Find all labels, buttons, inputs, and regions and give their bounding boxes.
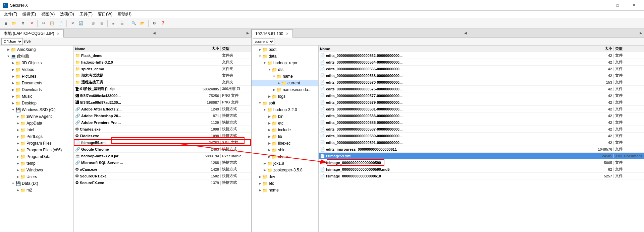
tree-item-temp[interactable]: ▶ 📁 temp [0,160,73,167]
toolbar-btn-5[interactable]: ✂ [39,19,47,27]
tree-item-amoxiang[interactable]: ▶ 📁 AmoXiang [0,46,73,53]
left-file-row-9[interactable]: 🔗 Adobe Photoshop 20... 871 快捷方式 [74,112,251,119]
tree-item-music[interactable]: ▶ 📁 Music [0,93,73,100]
left-file-row-12[interactable]: ⚙ Fiddler.exe 1098 快捷方式 [74,133,251,139]
right-file-row-7[interactable]: 📄 edits_0000000000000000579-00000000000.… [319,99,644,106]
tree-item-soft[interactable]: ▼ 📁 soft [252,100,318,106]
left-file-row-8[interactable]: 🔗 Adobe After Effects 2... 1249 快捷方式 [74,106,251,112]
tree-item-boot[interactable]: ▶ 📁 boot [252,46,318,53]
tree-item-dfs[interactable]: ▼ 📁 dfs [252,66,318,73]
right-file-row-8[interactable]: 📄 edits_0000000000000000581-00000000000.… [319,106,644,112]
tree-item-zookeeper[interactable]: ▶ 📁 zookeeper-3.5.8 [252,167,318,173]
tree-item-include[interactable]: ▶ 📁 include [252,127,318,133]
right-file-row-9[interactable]: 📄 edits_0000000000000000583-00000000000.… [319,112,644,119]
menu-tools[interactable]: 工具(T) [77,11,95,18]
menu-window[interactable]: 窗口(W) [95,11,115,18]
right-col-name-header[interactable]: Name [319,47,590,51]
left-tab-nav[interactable]: ◀ [151,28,157,37]
right-file-row-17[interactable]: 📄 fsimage_0000000000000000590.md5 62 文件 [319,166,644,173]
right-file-row-6[interactable]: 📄 edits_0000000000000000577-00000000000.… [319,92,644,99]
left-file-row-2[interactable]: 📁 spider_demo 文件夹 [74,66,251,72]
tree-item-bin[interactable]: ▶ 📁 bin [252,113,318,120]
toolbar-btn-7[interactable]: 📄 [57,19,65,27]
tree-item-m2[interactable]: ▶ 📁 m2 [0,187,73,194]
tree-item-logs[interactable]: ▶ 📁 logs [252,93,318,100]
tree-item-etc[interactable]: ▶ 📁 etc [252,120,318,127]
right-file-row-10[interactable]: 📄 edits_0000000000000000585-00000000000.… [319,119,644,126]
tree-item-pictures[interactable]: ▶ 📁 Pictures [0,73,73,80]
right-file-row-18[interactable]: 📄 fsimage_0000000000000000610 5257 文件 [319,173,644,179]
maximize-button[interactable]: □ [610,0,625,11]
minimize-button[interactable]: — [594,0,609,11]
tree-item-thispc[interactable]: ▼ 💻 此电脑 [0,53,73,60]
right-file-row-13[interactable]: 📄 edits_0000000000000000591-00000000000.… [319,139,644,146]
toolbar-btn-15[interactable]: 📂 [139,19,147,27]
left-file-row-4[interactable]: 📁 远程连接工具 文件夹 [74,79,251,86]
tree-item-programfiles[interactable]: ▶ 📁 Program Files [0,140,73,147]
left-tab-active[interactable]: 本地 (LAPTOP-CQGGTJJP) ✕ [0,29,64,37]
tree-item-nameseconda[interactable]: ▶ 📁 nameseconda... [252,86,318,93]
tree-item-home[interactable]: ▶ 📁 home [252,187,318,194]
right-file-row-0[interactable]: 📄 edits_0000000000000000562-00000000000.… [319,52,644,59]
tree-item-libexec[interactable]: ▶ 📁 libexec [252,140,318,147]
left-file-row-17[interactable]: ⚙ oCam.exe 1428 快捷方式 [74,166,251,173]
toolbar-btn-12[interactable]: ≡ [109,19,117,27]
tree-item-hadoop320[interactable]: ▼ 📁 hadoop-3.2.0 [252,106,318,113]
right-col-size-header[interactable]: 大小 [590,46,614,51]
tree-item-perflogs[interactable]: ▶ 📁 PerfLogs [0,133,73,140]
tree-item-name[interactable]: ▼ 📁 name [252,73,318,80]
tree-item-datad[interactable]: ▼ 💾 Data (D:) [0,180,73,187]
right-tab-close[interactable]: ✕ [285,32,289,35]
tree-item-share[interactable]: ▶ 📁 share [252,153,318,160]
left-col-type-header[interactable]: 类型 [221,46,251,51]
tree-item-documents[interactable]: ▶ 📁 Documents [0,80,73,86]
right-file-row-16[interactable]: 📄 fsimage_0000000000000000590 5065 文件 [319,159,644,166]
left-file-row-1[interactable]: 📁 hadoop-hdfs-3.2.0 文件夹 [74,59,251,66]
toolbar-btn-11[interactable]: ⊟ [98,19,106,27]
left-file-row-14[interactable]: 🔗 Google Chrome 2463 快捷方式 [74,146,251,153]
menu-file[interactable]: 文件(F) [1,11,20,18]
left-file-row-18[interactable]: ⚙ SecureCRT.exe 1502 快捷方式 [74,173,251,179]
tree-item-lib[interactable]: ▶ 📁 lib [252,133,318,140]
toolbar-btn-9[interactable]: 🔄 [77,19,85,27]
toolbar-btn-1[interactable]: 🖥 [1,19,9,27]
left-file-row-16[interactable]: 🔗 Microsoft SQL Server ... 1288 快捷方式 [74,159,251,166]
right-file-row-12[interactable]: 📄 edits_0000000000000000589-00000000000.… [319,133,644,139]
tree-item-windowsssd[interactable]: ▼ 💾 Windows-SSD (C:) [0,106,73,113]
left-tab-close[interactable]: ✕ [56,32,60,35]
left-col-name-header[interactable]: Name [74,47,197,51]
right-tab-active[interactable]: 192.168.61.100 ✕ [252,29,293,37]
menu-edit[interactable]: 编辑(E) [20,11,39,18]
toolbar-btn-6[interactable]: 📋 [48,19,56,27]
left-col-size-header[interactable]: 大小 [197,46,221,51]
left-file-row-0[interactable]: 📁 Flask_demo 文件夹 [74,52,251,59]
tree-item-current[interactable]: ▶ 📁 current [252,80,318,86]
tree-item-programfilesx86[interactable]: ▶ 📁 Program Files (x86) [0,147,73,153]
menu-help[interactable]: 帮助(H) [115,11,134,18]
tree-item-users[interactable]: ▶ 📁 Users [0,173,73,180]
tree-item-winreagent[interactable]: ▶ 📁 $WinREAgent [0,113,73,120]
right-col-type-header[interactable]: 类型 [614,46,644,51]
right-file-row-15[interactable]: 📄 fsimage59.xml 24585 XML Document [319,153,644,159]
left-file-row-7[interactable]: 🖼 5f3f81ce09d97ad2130... 198087 PNG 文件 [74,99,251,106]
toolbar-btn-10[interactable]: ⊞ [89,19,97,27]
toolbar-btn-17[interactable]: ❓ [159,19,167,27]
left-file-row-13[interactable]: 📄 fsimage59.xml 24783 XML 文档 [74,139,251,146]
tree-item-etc2[interactable]: ▶ 📁 etc [252,180,318,187]
right-tab-nav-left[interactable]: ◀ [463,28,469,37]
toolbar-btn-4[interactable]: ✕ [28,19,36,27]
tree-item-dev[interactable]: ▶ 📁 dev [252,173,318,180]
tree-item-intel[interactable]: ▶ 📁 Intel [0,127,73,133]
toolbar-btn-8[interactable]: ✕ [68,19,76,27]
left-tab-nav-right[interactable]: ▶ [245,28,251,37]
tree-item-downloads[interactable]: ▶ 📁 Downloads [0,86,73,93]
tree-item-appdata[interactable]: ▶ 📁 AppData [0,120,73,127]
right-file-row-11[interactable]: 📄 edits_0000000000000000587-00000000000.… [319,126,644,133]
right-file-row-14[interactable]: 📄 edits_inprogress_0000000000000000611 1… [319,146,644,153]
right-file-row-5[interactable]: 📄 edits_0000000000000000575-00000000000.… [319,86,644,92]
right-file-row-3[interactable]: 📄 edits_0000000000000000568-00000000000.… [319,72,644,79]
close-button[interactable]: ✕ [626,0,641,11]
left-file-row-15[interactable]: ☕ hadoop-hdfs-3.2.0.jar 5893194 Executab… [74,153,251,159]
left-file-row-19[interactable]: ⚙ SecureFX.exe 1379 快捷方式 [74,179,251,186]
left-file-row-6[interactable]: 🖼 5f3f7ea609e4a433090... 75256 PNG 文件 [74,92,251,99]
